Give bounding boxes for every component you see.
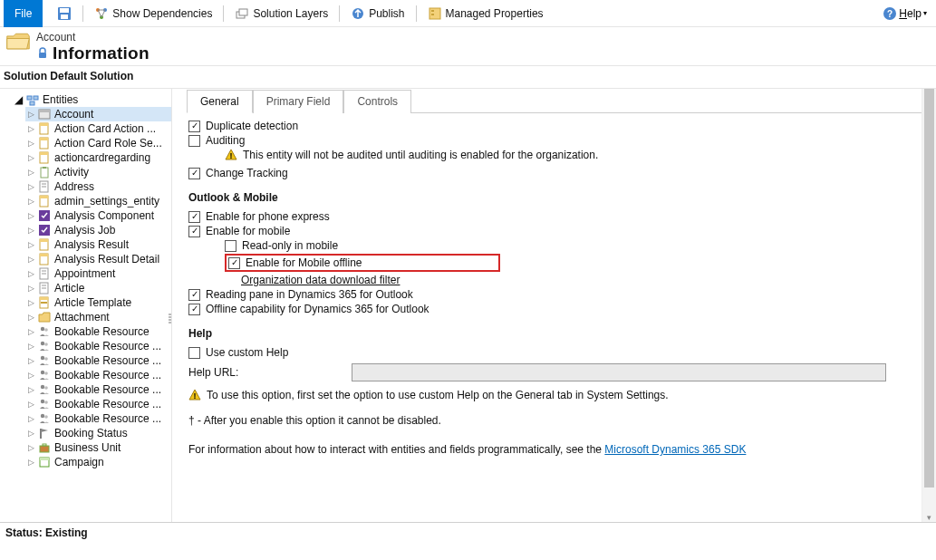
tree-item[interactable]: ▷Bookable Resource ...: [25, 382, 171, 397]
tree-item-label: Bookable Resource ...: [54, 340, 161, 352]
tree-item[interactable]: ▷Attachment: [25, 310, 171, 324]
tab-general[interactable]: General: [187, 90, 253, 113]
tree-item[interactable]: ▷Business Unit: [25, 440, 171, 455]
tree-item[interactable]: ▷Campaign: [25, 455, 171, 469]
expand-icon[interactable]: ▷: [27, 342, 34, 351]
expand-icon[interactable]: ▷: [27, 139, 34, 148]
svg-rect-2: [61, 14, 68, 19]
main-scroll-track[interactable]: ▴ ▾: [922, 89, 936, 522]
expand-icon[interactable]: ▷: [27, 211, 34, 220]
dependencies-icon: [94, 6, 109, 21]
tree-item[interactable]: ▷Action Card Role Se...: [25, 136, 171, 150]
publish-button[interactable]: Publish: [343, 3, 411, 24]
tree-item[interactable]: ▷Article: [25, 281, 171, 295]
expand-icon[interactable]: ▷: [27, 429, 34, 438]
readonly-mobile-checkbox[interactable]: [225, 240, 236, 252]
tree-item[interactable]: ▷Bookable Resource ...: [25, 397, 171, 411]
tree-item[interactable]: ▷Analysis Result Detail: [25, 252, 171, 266]
org-data-filter-link[interactable]: Organization data download filter: [241, 274, 400, 286]
page-header: Account Information: [0, 27, 936, 65]
tree-item[interactable]: ▷Analysis Component: [25, 208, 171, 223]
managed-properties-button[interactable]: Managed Properties: [420, 3, 551, 24]
svg-rect-64: [43, 444, 46, 446]
tree-item[interactable]: ▷Bookable Resource ...: [25, 353, 171, 368]
expand-icon[interactable]: ▷: [27, 443, 34, 452]
mobile-offline-highlight: Enable for Mobile offline: [225, 254, 500, 272]
save-icon-button[interactable]: [50, 3, 79, 24]
sdk-link[interactable]: Microsoft Dynamics 365 SDK: [604, 443, 746, 456]
tree-item[interactable]: ▷Article Template: [25, 295, 171, 310]
tree-item-label: Attachment: [54, 311, 110, 323]
auditing-checkbox[interactable]: [188, 135, 200, 147]
tree-item[interactable]: ▷Activity: [25, 165, 171, 179]
separator: [416, 5, 417, 22]
expand-icon[interactable]: ▷: [27, 400, 34, 409]
duplicate-detection-checkbox[interactable]: [188, 121, 200, 132]
expand-icon[interactable]: ▷: [27, 110, 34, 119]
tree-root-entities[interactable]: ◢ Entities: [14, 92, 171, 107]
svg-point-51: [44, 343, 48, 346]
expand-icon[interactable]: ▷: [27, 313, 34, 322]
help-url-input[interactable]: [352, 363, 886, 381]
expand-icon[interactable]: ▷: [27, 414, 34, 423]
tree-pane[interactable]: ◢ Entities ▷Account▷Action Card Action .…: [0, 89, 172, 522]
tree-item-label: Bookable Resource: [54, 325, 150, 338]
expand-icon[interactable]: ▷: [27, 124, 34, 133]
expand-icon[interactable]: ▷: [27, 240, 34, 249]
scroll-down-icon[interactable]: ▾: [922, 513, 936, 522]
show-dependencies-button[interactable]: Show Dependencies: [87, 3, 219, 24]
expand-icon[interactable]: ▷: [27, 197, 34, 206]
expand-icon[interactable]: ▷: [27, 458, 34, 467]
change-tracking-checkbox[interactable]: [188, 168, 200, 179]
tree-item[interactable]: ▷Address: [25, 179, 171, 194]
tree-item[interactable]: ▷Appointment: [25, 266, 171, 281]
tab-controls[interactable]: Controls: [343, 90, 411, 113]
tree-item[interactable]: ▷Analysis Job: [25, 223, 171, 237]
tree-item[interactable]: ▷Action Card Action ...: [25, 121, 171, 136]
expand-icon[interactable]: ▷: [27, 356, 34, 365]
tree-item-label: Address: [54, 180, 94, 193]
tree-item[interactable]: ▷Analysis Result: [25, 237, 171, 252]
solution-layers-button[interactable]: Solution Layers: [227, 3, 335, 24]
tree-item[interactable]: ▷actioncardregarding: [25, 150, 171, 165]
tree-item-label: Analysis Result: [54, 238, 129, 251]
expand-icon[interactable]: ▷: [27, 182, 34, 191]
phone-express-checkbox[interactable]: [188, 211, 200, 223]
expand-icon[interactable]: ▷: [27, 385, 34, 394]
mobile-offline-checkbox[interactable]: [228, 257, 240, 269]
file-button[interactable]: File: [4, 0, 43, 27]
svg-rect-66: [40, 458, 49, 460]
tree-item[interactable]: ▷Bookable Resource ...: [25, 368, 171, 382]
use-custom-help-checkbox[interactable]: [188, 347, 200, 359]
svg-point-57: [44, 386, 48, 390]
svg-rect-7: [239, 9, 247, 15]
tree-item[interactable]: ▷Bookable Resource ...: [25, 339, 171, 353]
tree-item[interactable]: ▷Account: [25, 107, 171, 121]
reading-pane-checkbox[interactable]: [188, 289, 200, 301]
node-icon: [38, 238, 51, 251]
node-icon: [38, 209, 51, 222]
tree-item-label: Article: [54, 282, 84, 294]
tab-primary-field[interactable]: Primary Field: [253, 90, 344, 113]
tree-item[interactable]: ▷Booking Status: [25, 426, 171, 440]
expand-icon[interactable]: ▷: [27, 327, 34, 336]
tree-item[interactable]: ▷Bookable Resource ...: [25, 411, 171, 426]
collapse-icon[interactable]: ◢: [14, 93, 23, 106]
expand-icon[interactable]: ▷: [27, 298, 34, 307]
expand-icon[interactable]: ▷: [27, 371, 34, 380]
main-scroll-thumb[interactable]: [924, 89, 934, 488]
tree-item[interactable]: ▷Bookable Resource: [25, 324, 171, 339]
separator: [223, 5, 224, 22]
expand-icon[interactable]: ▷: [27, 153, 34, 162]
offline-capability-checkbox[interactable]: [188, 304, 200, 315]
expand-icon[interactable]: ▷: [27, 255, 34, 264]
tree-item[interactable]: ▷admin_settings_entity: [25, 194, 171, 208]
expand-icon[interactable]: ▷: [27, 168, 34, 177]
help-button[interactable]: ? Help ▾: [883, 6, 932, 21]
use-custom-help-label: Use custom Help: [206, 346, 288, 359]
help-icon: ?: [883, 6, 897, 21]
expand-icon[interactable]: ▷: [27, 226, 34, 235]
expand-icon[interactable]: ▷: [27, 284, 34, 293]
expand-icon[interactable]: ▷: [27, 269, 34, 278]
enable-mobile-checkbox[interactable]: [188, 226, 200, 237]
